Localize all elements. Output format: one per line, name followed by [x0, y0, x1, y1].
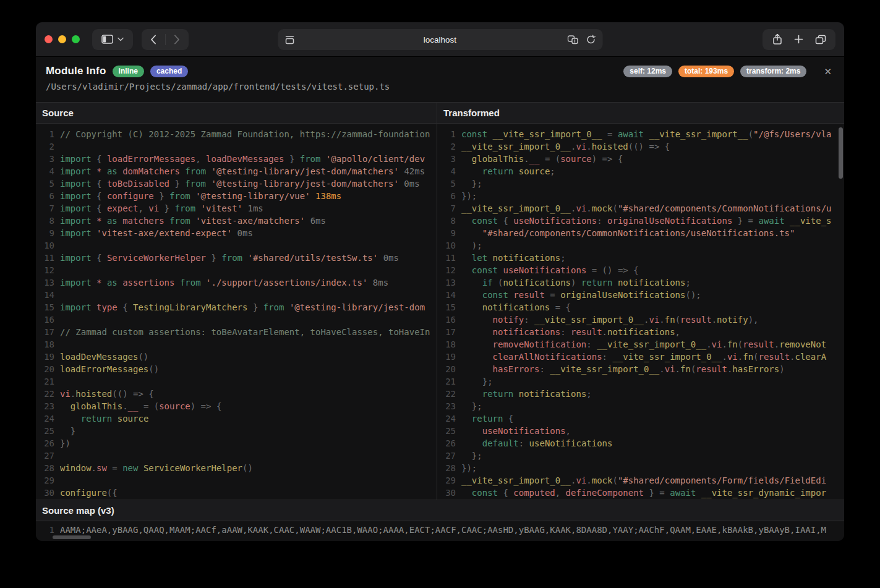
- chevron-right-icon: [174, 35, 180, 45]
- close-icon[interactable]: ✕: [821, 66, 834, 77]
- line-number: 25: [437, 425, 456, 437]
- line-number: 22: [437, 388, 456, 400]
- code-line: 24 return source: [36, 412, 437, 425]
- code-line: 18: [36, 338, 437, 351]
- line-number: 3: [36, 153, 54, 165]
- line-number: 29: [437, 474, 456, 487]
- code-line: 4import * as domMatchers from '@testing-…: [36, 165, 437, 177]
- code-line: 15import type { TestingLibraryMatchers }…: [36, 301, 437, 313]
- line-number: 28: [437, 462, 456, 474]
- transformed-code: 1const __vite_ssr_import_0__ = await __v…: [437, 124, 844, 499]
- sidebar-toggle-button[interactable]: [92, 29, 133, 50]
- line-number: 7: [36, 202, 54, 215]
- code-line: 2__vite_ssr_import_0__.vi.hoisted(() => …: [437, 140, 844, 153]
- code-line: 23 globalThis.__ = (source) => {: [36, 400, 437, 412]
- tab-overview-icon[interactable]: [815, 35, 826, 45]
- code-line: 30configure({: [36, 487, 437, 499]
- line-number: 27: [36, 450, 54, 462]
- line-number: 29: [36, 474, 54, 487]
- line-number: 19: [36, 351, 54, 363]
- line-number: 12: [36, 264, 54, 276]
- code-line: 4 return source;: [437, 165, 844, 177]
- source-code: 1// Copyright (C) 2012-2025 Zammad Found…: [36, 124, 437, 499]
- sidebar-icon: [101, 35, 113, 44]
- line-number: 22: [36, 388, 54, 400]
- line-number: 8: [437, 215, 456, 227]
- code-line: 22vi.hoisted(() => {: [36, 388, 437, 400]
- code-line: 8 const { useNotifications: originalUseN…: [437, 215, 844, 227]
- line-number: 11: [437, 252, 456, 264]
- code-line: 15 notifications = {: [437, 301, 844, 313]
- code-line: 14 const result = originalUseNotificatio…: [437, 289, 844, 301]
- traffic-lights: [45, 35, 80, 43]
- translate-icon[interactable]: [567, 35, 579, 45]
- code-line: 20 hasErrors: __vite_ssr_import_0__.vi.f…: [437, 363, 844, 375]
- horizontal-scrollbar[interactable]: [53, 535, 91, 539]
- line-number: 1: [36, 128, 54, 140]
- forward-button[interactable]: [166, 29, 189, 50]
- source-panel-title: Source: [36, 103, 437, 124]
- browser-toolbar: localhost: [36, 22, 844, 57]
- code-line: 9 "#shared/components/CommonNotification…: [437, 227, 844, 239]
- line-number: 18: [36, 338, 54, 351]
- transformed-panel: Transformed 1const __vite_ssr_import_0__…: [437, 103, 844, 500]
- code-line: 25 }: [36, 425, 437, 437]
- code-line: 12: [36, 264, 437, 276]
- toolbar-actions: [763, 29, 835, 50]
- line-number: 16: [36, 313, 54, 326]
- line-number: 5: [437, 177, 456, 190]
- chevron-down-icon: [117, 37, 124, 41]
- code-line: 23 };: [437, 400, 844, 412]
- code-line: 1const __vite_ssr_import_0__ = await __v…: [437, 128, 844, 140]
- line-number: 9: [36, 227, 54, 239]
- line-number: 23: [36, 400, 54, 412]
- module-info-header: Module Info inline cached self: 12ms tot…: [36, 57, 844, 102]
- line-number: 2: [36, 140, 54, 153]
- code-line: 25 useNotifications,: [437, 425, 844, 437]
- code-line: 6import { configure } from '@testing-lib…: [36, 190, 437, 202]
- reload-icon[interactable]: [586, 35, 596, 45]
- zoom-window-button[interactable]: [72, 35, 80, 43]
- line-number: 27: [437, 450, 456, 462]
- line-number: 18: [437, 338, 456, 351]
- vertical-scrollbar[interactable]: [839, 127, 843, 179]
- chevron-left-icon: [150, 35, 156, 45]
- code-line: 3import { loadErrorMessages, loadDevMess…: [36, 153, 437, 165]
- page-content: Module Info inline cached self: 12ms tot…: [36, 57, 844, 541]
- line-number: 7: [437, 202, 456, 215]
- line-number: 13: [437, 276, 456, 289]
- line-number: 24: [36, 412, 54, 425]
- line-number: 4: [437, 165, 456, 177]
- line-number: 26: [437, 437, 456, 450]
- new-tab-icon[interactable]: [794, 35, 803, 44]
- code-line: 8import * as matchers from 'vitest-axe/m…: [36, 215, 437, 227]
- code-line: 7__vite_ssr_import_0__.vi.mock("#shared/…: [437, 202, 844, 215]
- reader-icon[interactable]: [284, 35, 294, 45]
- code-line: 5import { toBeDisabled } from '@testing-…: [36, 177, 437, 190]
- close-window-button[interactable]: [45, 35, 53, 43]
- line-number: 2: [437, 140, 456, 153]
- code-line: 19loadDevMessages(): [36, 351, 437, 363]
- code-line: 26 default: useNotifications: [437, 437, 844, 450]
- code-line: 30 const { computed, defineComponent } =…: [437, 487, 844, 499]
- line-number: 16: [437, 313, 456, 326]
- page-title: Module Info: [46, 65, 106, 77]
- code-line: 19 clearAllNotifications: __vite_ssr_imp…: [437, 351, 844, 363]
- sourcemap-section: Source map (v3) 1AAMA;AAeA,yBAAG,QAAQ,MA…: [36, 500, 844, 540]
- back-button[interactable]: [142, 29, 165, 50]
- code-line: 24 return {: [437, 412, 844, 425]
- line-number: 6: [437, 190, 456, 202]
- minimize-window-button[interactable]: [58, 35, 66, 43]
- code-line: 16 notify: __vite_ssr_import_0__.vi.fn(r…: [437, 313, 844, 326]
- transformed-panel-title: Transformed: [437, 103, 844, 124]
- code-line: 2: [36, 140, 437, 153]
- line-number: 21: [36, 375, 54, 388]
- line-number: 8: [36, 215, 54, 227]
- address-bar[interactable]: localhost: [278, 29, 602, 50]
- code-line: 17 notifications: result.notifications,: [437, 326, 844, 338]
- browser-window: localhost: [36, 22, 844, 541]
- share-icon[interactable]: [772, 33, 782, 45]
- code-line: 26}): [36, 437, 437, 450]
- line-number: 20: [437, 363, 456, 375]
- code-line: 28});: [437, 462, 844, 474]
